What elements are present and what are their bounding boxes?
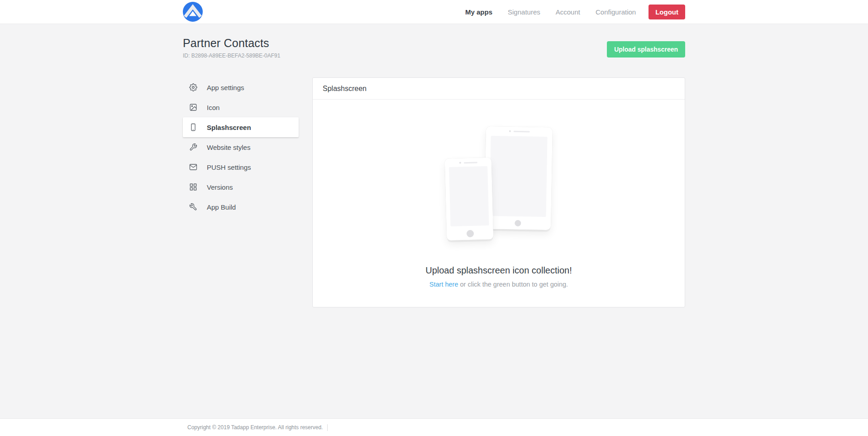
footer-separator	[327, 424, 328, 431]
logout-button[interactable]: Logout	[649, 5, 685, 19]
sidebar-item-versions[interactable]: Versions	[183, 177, 299, 197]
main-content: App settings Icon Splashscreen Website s…	[183, 77, 685, 307]
page-footer: Copyright © 2019 Tadapp Enterprise. All …	[0, 418, 868, 436]
speaker-line-icon	[513, 130, 529, 132]
empty-state-subtext: Start here or click the green button to …	[429, 281, 568, 288]
app-id-text: ID: B2898-A89EE-BEFA2-589BE-0AF91	[183, 53, 280, 59]
upload-splashscreen-button[interactable]: Upload splashscreen	[607, 41, 685, 57]
camera-dot-icon	[509, 130, 510, 132]
splashscreen-card: Splashscreen	[312, 77, 685, 307]
sidebar-item-app-build[interactable]: App Build	[183, 197, 299, 217]
devices-illustration	[446, 127, 552, 240]
sidebar-item-push-settings[interactable]: PUSH settings	[183, 157, 299, 177]
sidebar-item-splashscreen[interactable]: Splashscreen	[183, 117, 299, 137]
sidebar-item-website-styles[interactable]: Website styles	[183, 137, 299, 157]
page-title-block: Partner Contacts ID: B2898-A89EE-BEFA2-5…	[183, 36, 280, 59]
image-icon	[189, 103, 197, 111]
nav-item-account[interactable]: Account	[556, 8, 580, 16]
page-title: Partner Contacts	[183, 36, 280, 50]
empty-state-heading: Upload splashscreen icon collection!	[425, 265, 572, 276]
tablet-home-button-icon	[515, 220, 521, 226]
grid-icon	[189, 183, 197, 191]
settings-sidebar: App settings Icon Splashscreen Website s…	[183, 77, 299, 217]
smartphone-icon	[189, 123, 197, 131]
tablet-screen	[490, 136, 548, 217]
sidebar-item-label: Versions	[207, 183, 233, 191]
sidebar-item-label: Splashscreen	[207, 124, 251, 131]
sidebar-item-label: Icon	[207, 104, 219, 111]
phone-screen	[449, 166, 489, 226]
tadapp-logo-icon[interactable]	[183, 2, 203, 22]
card-body: Upload splashscreen icon collection! Sta…	[313, 100, 685, 307]
card-header: Splashscreen	[313, 78, 685, 100]
nav-links: My apps Signatures Account Configuration…	[465, 5, 685, 19]
mail-icon	[189, 163, 197, 171]
phone-illustration	[445, 158, 494, 241]
page-header: Partner Contacts ID: B2898-A89EE-BEFA2-5…	[0, 24, 868, 66]
card-title: Splashscreen	[323, 85, 367, 93]
sidebar-item-label: Website styles	[207, 144, 250, 151]
phone-camera-speaker	[459, 162, 477, 164]
sidebar-item-label: App settings	[207, 84, 244, 91]
gear-icon	[189, 83, 197, 91]
nav-item-signatures[interactable]: Signatures	[508, 8, 540, 16]
top-navbar: My apps Signatures Account Configuration…	[0, 0, 868, 24]
nav-item-my-apps[interactable]: My apps	[465, 8, 492, 16]
subtext-rest: or click the green button to get going.	[458, 281, 568, 288]
nav-item-configuration[interactable]: Configuration	[596, 8, 636, 16]
sidebar-item-label: App Build	[207, 203, 236, 211]
speaker-line-icon	[463, 162, 477, 163]
sidebar-item-icon[interactable]: Icon	[183, 97, 299, 117]
sidebar-item-label: PUSH settings	[207, 163, 251, 171]
build-wrench-icon	[189, 203, 197, 211]
phone-home-button-icon	[466, 230, 473, 237]
sidebar-item-app-settings[interactable]: App settings	[183, 77, 299, 97]
tablet-camera-speaker	[509, 130, 529, 133]
wrench-icon	[189, 143, 197, 151]
start-here-link[interactable]: Start here	[429, 281, 458, 288]
camera-dot-icon	[459, 162, 461, 163]
tablet-illustration	[484, 126, 553, 230]
copyright-text: Copyright © 2019 Tadapp Enterprise. All …	[187, 424, 323, 431]
